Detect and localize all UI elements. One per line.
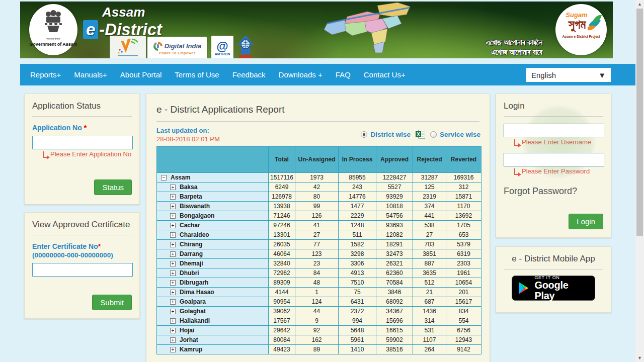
value-cell: 16615 [376,326,413,335]
collapse-icon[interactable]: − [161,175,167,180]
expand-icon[interactable]: + [170,280,176,286]
nav-item-terms-of-use[interactable]: Terms of Use [168,70,225,79]
login-button[interactable]: Login [569,214,603,229]
table-row: +Dibrugarh893094875107058451210654 [157,278,481,288]
expand-icon[interactable]: + [170,299,176,305]
nav-item-faq[interactable]: FAQ [329,70,357,79]
value-cell: 21 [413,288,446,297]
table-header-in-process: In Process [339,147,376,173]
google-play-badge[interactable]: GET IT ON Google Play [512,276,595,301]
value-cell: 31287 [413,173,446,183]
expand-icon[interactable]: + [170,318,176,324]
table-header-row: TotalUn-AssignedIn ProcessApprovedReject… [157,147,481,173]
digital-india-icon [153,41,163,51]
forgot-password-link[interactable]: Forgot Password? [496,175,611,197]
login-title: Login [496,94,611,116]
district-name: Baksa [180,184,197,191]
value-cell: 29642 [269,326,295,335]
district-wise-label[interactable]: District wise [370,131,411,138]
username-input[interactable] [504,124,604,137]
value-cell: 13938 [269,202,295,211]
divider [504,116,603,117]
value-cell: 32840 [269,259,295,268]
district-wise-radio[interactable] [361,131,367,138]
value-cell: 70584 [376,278,413,288]
service-wise-radio[interactable] [430,131,437,138]
value-cell: 54756 [376,211,413,221]
nav-item-about-portal[interactable]: About Portal [114,70,169,79]
table-header-district [157,147,269,173]
value-cell: 10654 [446,278,481,288]
value-cell: 6431 [339,297,376,307]
expand-icon[interactable]: + [170,290,176,295]
expand-icon[interactable]: + [170,232,176,238]
table-row: +Hojai29642925648166155316756 [157,326,481,335]
service-wise-label[interactable]: Service wise [440,131,480,138]
value-cell: 2372 [339,307,376,316]
scrollbar-up-arrow[interactable]: ▲ [635,0,644,8]
expand-icon[interactable]: + [170,261,176,266]
value-cell: 1517116 [269,173,295,183]
value-cell: 994 [339,316,376,326]
district-name: Biswanath [180,203,210,210]
expand-icon[interactable]: + [170,223,176,228]
divider [504,269,603,269]
nav-item-feedback[interactable]: Feedback [226,70,272,79]
value-cell: 15871 [446,192,481,202]
assam-district-map [317,2,423,54]
report-mode-toggle: District wise X Service wise [361,130,480,139]
value-cell: 1582 [339,240,376,249]
excel-export-icon[interactable]: X [416,130,425,139]
certificate-format-hint: (00000000-000-00000000) [25,251,139,262]
value-cell: 1170 [446,202,481,211]
value-cell: 72962 [269,268,295,278]
expand-icon[interactable]: + [170,204,176,209]
expand-icon[interactable]: + [170,337,176,343]
district-name: Darrang [180,250,203,257]
district-cell: +Golaghat [157,307,269,316]
certificate-no-input[interactable] [32,263,133,277]
brand-e-badge: e [83,20,98,39]
district-name: Jorhat [180,336,198,343]
expand-icon[interactable]: + [170,213,176,219]
nav-item-manuals[interactable]: Manuals+ [67,70,113,79]
value-cell: 123 [295,249,339,259]
value-cell: 653 [446,230,481,240]
value-cell: 12082 [376,230,413,240]
language-select[interactable]: English ▼ [526,68,611,82]
password-error: Please Enter Password [496,166,611,175]
nav-item-downloads[interactable]: Downloads + [272,70,329,79]
district-name: Assam [171,174,190,181]
value-cell: 46064 [269,249,295,259]
application-no-input[interactable] [32,136,133,149]
expand-icon[interactable]: + [170,347,176,352]
value-cell: 1705 [446,221,481,230]
expand-icon[interactable]: + [170,270,176,276]
table-row: +Dima Hasao4144175384621201 [157,288,481,297]
district-name: Bongaigaon [180,212,214,219]
expand-icon[interactable]: + [170,328,176,333]
expand-icon[interactable]: + [170,185,176,190]
scrollbar-down-arrow[interactable]: ▼ [635,354,644,362]
table-row: +Chirang26035771582182917035379 [157,240,481,249]
status-button[interactable]: Status [94,179,132,195]
submit-button[interactable]: Submit [92,295,132,310]
expand-icon[interactable]: + [170,251,176,257]
expand-icon[interactable]: + [170,242,176,247]
expand-icon[interactable]: + [170,309,176,314]
district-name: Dibrugarh [180,279,208,286]
value-cell: 4144 [269,288,295,297]
nav-item-contact-us[interactable]: Contact Us+ [357,70,412,79]
nav-item-reports[interactable]: Reports+ [24,70,67,79]
password-input[interactable] [504,153,604,166]
expand-icon[interactable]: + [170,194,176,200]
table-row: +Dhubri729628449136236036351961 [157,268,481,278]
value-cell: 169316 [446,173,481,183]
district-name: Cachar [180,222,200,229]
value-cell: 6249 [269,183,295,192]
value-cell: 5527 [376,183,413,192]
scrollbar-thumb[interactable] [636,9,643,236]
district-cell: +Dhubri [157,268,269,278]
login-panel: Login Please Enter Username Please Enter… [496,94,611,238]
district-cell: +Jorhat [157,335,269,345]
